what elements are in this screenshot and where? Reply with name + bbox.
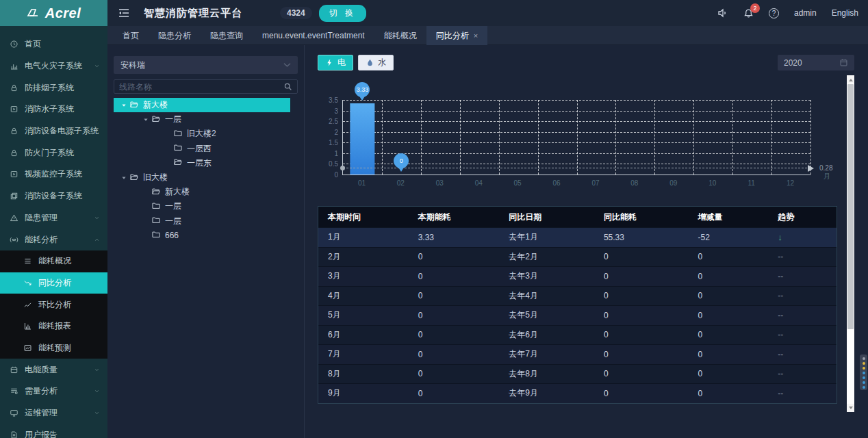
sidebar-item-5[interactable]: 消防设备电源子系统 bbox=[0, 120, 107, 142]
x-axis-tick-label: 11 bbox=[748, 179, 754, 187]
scroll-down-button[interactable] bbox=[847, 404, 854, 412]
speaker-icon[interactable] bbox=[717, 8, 728, 18]
table-row[interactable]: 7月0去年7月00-- bbox=[318, 344, 837, 364]
scrollbar-thumb[interactable] bbox=[847, 84, 854, 329]
trend-none: -- bbox=[778, 389, 783, 398]
building-select[interactable]: 安科瑞 bbox=[114, 56, 298, 74]
gridline-vertical bbox=[577, 100, 578, 175]
tree-node-label: 一层东 bbox=[187, 157, 212, 169]
trend-none: -- bbox=[778, 330, 783, 339]
sidebar-item-10[interactable]: 能耗分析 bbox=[0, 229, 107, 250]
line-search-input[interactable] bbox=[119, 82, 283, 92]
language-switch[interactable]: English bbox=[832, 8, 858, 18]
sidebar-item-14[interactable]: 用户报告 bbox=[0, 424, 107, 438]
tree-node-8[interactable]: 一层 bbox=[114, 199, 290, 214]
tab-3[interactable]: 隐患查询 bbox=[201, 26, 253, 45]
table-cell: 0 bbox=[689, 272, 769, 281]
acrel-logo-icon bbox=[27, 7, 40, 19]
gridline-vertical bbox=[460, 100, 461, 175]
tab-4[interactable]: menu.event.eventTreatment bbox=[253, 26, 374, 45]
gridline-vertical bbox=[538, 100, 539, 175]
reference-line-label: 0.28 bbox=[819, 164, 832, 172]
tree-node-2[interactable]: 一层 bbox=[114, 112, 290, 127]
gridline-vertical bbox=[810, 100, 811, 175]
user-menu[interactable]: admin bbox=[794, 8, 817, 18]
tree-node-9[interactable]: 一层 bbox=[114, 214, 290, 229]
sidebar-item-2[interactable]: 电气火灾子系统 bbox=[0, 55, 107, 77]
sidebar-subitem-3[interactable]: 环比分析 bbox=[0, 294, 107, 315]
sidebar-subitem-5[interactable]: 能耗预测 bbox=[0, 337, 107, 359]
sidebar-item-1[interactable]: 首页 bbox=[0, 34, 107, 55]
table-row[interactable]: 5月0去年5月00-- bbox=[318, 305, 837, 325]
tab-2[interactable]: 隐患分析 bbox=[149, 26, 201, 45]
tree-node-6[interactable]: 旧大楼 bbox=[114, 170, 290, 185]
switch-button[interactable]: 切 换 bbox=[319, 5, 366, 22]
y-axis-tick-label: 2.5 bbox=[319, 118, 338, 125]
table-cell: 0 bbox=[594, 311, 689, 320]
bar-chart-icon bbox=[10, 62, 18, 70]
sidebar-subitem-4[interactable]: 能耗报表 bbox=[0, 315, 107, 337]
sidebar-subitem-2[interactable]: 同比分析 bbox=[0, 272, 107, 294]
mini-indicator-widget[interactable] bbox=[860, 355, 867, 390]
search-icon[interactable] bbox=[283, 82, 292, 91]
water-button[interactable]: 水 bbox=[358, 55, 394, 70]
tab-5[interactable]: 能耗概况 bbox=[374, 26, 426, 45]
data-point-marker[interactable]: 3.33 bbox=[355, 82, 370, 97]
tree-node-label: 一层西 bbox=[187, 143, 212, 155]
electric-button[interactable]: 电 bbox=[318, 55, 353, 70]
table-row[interactable]: 1月3.33去年1月55.33-52↓ bbox=[318, 227, 837, 247]
sidebar-item-8[interactable]: 消防设备子系统 bbox=[0, 185, 107, 207]
table-cell: 1月 bbox=[318, 231, 409, 243]
tree-node-5[interactable]: 一层东 bbox=[114, 156, 290, 170]
tree-node-7[interactable]: 新大楼 bbox=[114, 185, 290, 199]
year-value: 2020 bbox=[784, 58, 802, 68]
table-cell: 去年3月 bbox=[499, 270, 594, 282]
caret-down-icon[interactable] bbox=[120, 102, 127, 109]
tree-node-3[interactable]: 旧大楼2 bbox=[114, 127, 290, 141]
tab-6[interactable]: 同比分析× bbox=[426, 26, 487, 45]
table-row[interactable]: 6月0去年6月00-- bbox=[318, 325, 837, 345]
vertical-scrollbar[interactable] bbox=[847, 75, 854, 412]
tab-label: 同比分析 bbox=[436, 31, 469, 40]
notification-count-badge: 2 bbox=[750, 3, 760, 13]
table-cell: 0 bbox=[409, 291, 500, 300]
sidebar-item-3[interactable]: 防排烟子系统 bbox=[0, 77, 107, 99]
tab-close-icon[interactable]: × bbox=[474, 31, 478, 40]
scroll-up-button[interactable] bbox=[847, 75, 854, 83]
sidebar-item-11[interactable]: 电能质量 bbox=[0, 359, 107, 381]
tree-node-1[interactable]: 新大楼 bbox=[114, 98, 290, 112]
caret-down-icon[interactable] bbox=[120, 175, 127, 181]
chart-bar[interactable] bbox=[350, 103, 374, 175]
table-row[interactable]: 9月0去年9月00-- bbox=[318, 383, 837, 403]
table-cell: 0 bbox=[409, 311, 500, 320]
tree-node-label: 666 bbox=[165, 231, 179, 240]
sidebar-item-6[interactable]: 防火门子系统 bbox=[0, 142, 107, 164]
sidebar-item-4[interactable]: 消防水子系统 bbox=[0, 99, 107, 120]
table-row[interactable]: 8月0去年8月00-- bbox=[318, 364, 837, 384]
sidebar-item-7[interactable]: 视频监控子系统 bbox=[0, 164, 107, 185]
sidebar-item-13[interactable]: 运维管理 bbox=[0, 402, 107, 424]
sidebar-item-12[interactable]: 需量分析 bbox=[0, 381, 107, 402]
tree-node-10[interactable]: 666 bbox=[114, 229, 290, 243]
help-icon[interactable]: ? bbox=[769, 8, 779, 18]
notifications-bell[interactable]: 2 bbox=[743, 8, 754, 18]
copy-icon bbox=[10, 192, 18, 201]
tree-node-4[interactable]: 一层西 bbox=[114, 142, 290, 156]
table-row[interactable]: 4月0去年4月00-- bbox=[318, 286, 837, 306]
table-cell: 去年9月 bbox=[499, 387, 594, 399]
table-row[interactable]: 3月0去年3月00-- bbox=[318, 266, 837, 286]
energy-type-toggle: 电水 bbox=[318, 55, 394, 70]
table-cell: -- bbox=[768, 272, 837, 281]
caret-down-icon[interactable] bbox=[142, 116, 149, 123]
tab-1[interactable]: 首页 bbox=[113, 26, 149, 45]
table-row[interactable]: 2月0去年2月00-- bbox=[318, 247, 837, 267]
table-header-cell: 增减量 bbox=[689, 211, 769, 223]
sidebar-item-9[interactable]: 隐患管理 bbox=[0, 207, 107, 229]
table-cell: 去年5月 bbox=[499, 309, 594, 321]
tab-label: 能耗概况 bbox=[384, 31, 417, 40]
collapse-sidebar-icon[interactable] bbox=[118, 8, 129, 18]
sidebar-subitem-1[interactable]: 能耗概况 bbox=[0, 250, 107, 272]
calendar-icon bbox=[10, 365, 18, 374]
year-picker[interactable]: 2020 bbox=[778, 55, 854, 70]
data-point-marker[interactable]: 0 bbox=[394, 153, 409, 168]
